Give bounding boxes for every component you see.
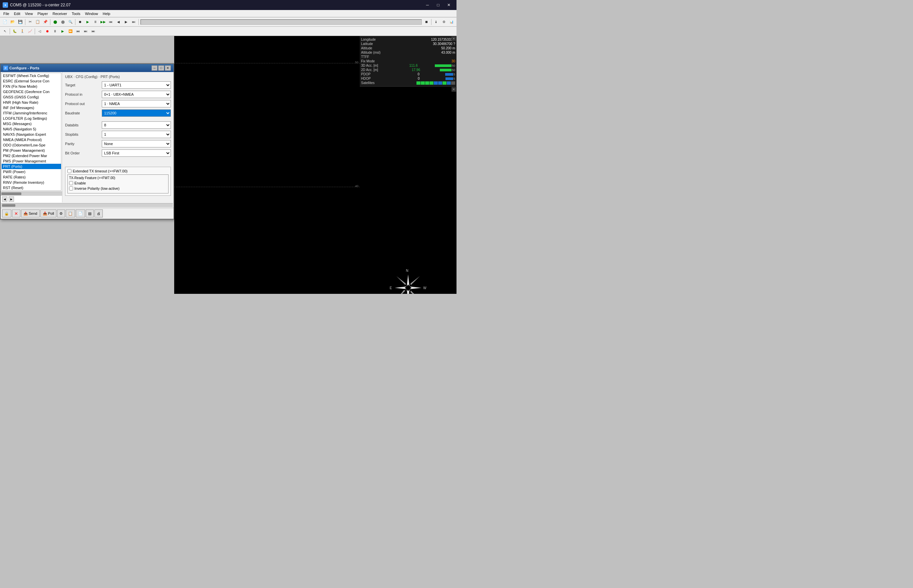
tb-action-2[interactable]: 📋 <box>66 210 75 218</box>
tb-step-back[interactable]: ⏮ <box>107 18 115 26</box>
sidebar-item-itfm[interactable]: ITFM (Jamming/Interferenc <box>2 110 61 116</box>
stopbits-select[interactable]: 1 <box>102 131 171 138</box>
sidebar-item-logfilter[interactable]: LOGFILTER (Log Settings) <box>2 116 61 121</box>
sidebar-item-pwr[interactable]: PWR (Power) <box>2 169 61 174</box>
sidebar-scrollbar[interactable] <box>1 191 62 195</box>
scroll-thumb[interactable] <box>1 192 21 195</box>
ext-tx-timeout-checkbox[interactable] <box>67 169 71 173</box>
tb-cut[interactable]: ✂ <box>26 18 34 26</box>
tb-connect[interactable]: ⬤ <box>52 18 59 26</box>
sidebar-list[interactable]: ESFWT (Wheel-Tick Config) ESRC (External… <box>1 73 62 191</box>
tb-end[interactable]: ⏹ <box>423 18 430 26</box>
tb-open[interactable]: 📂 <box>9 18 16 26</box>
tb-copy[interactable]: 📋 <box>34 18 41 26</box>
tb-paste[interactable]: 📌 <box>42 18 49 26</box>
sidebar-item-esrc[interactable]: ESRC (External Source Con <box>2 78 61 84</box>
tb2-bug[interactable]: 🐛 <box>11 28 18 35</box>
databits-select[interactable]: 8 <box>102 121 171 129</box>
tb-frame-back[interactable]: ◀ <box>115 18 122 26</box>
sidebar-item-rst[interactable]: RST (Reset) <box>2 185 61 191</box>
menu-player[interactable]: Player <box>36 11 50 16</box>
sidebar-item-pms[interactable]: PMS (Power Management <box>2 158 61 164</box>
sidebar-item-navx5[interactable]: NAVX5 (Navigation Expert <box>2 132 61 137</box>
tb-record[interactable]: ⏺ <box>76 18 84 26</box>
info-panel-close[interactable]: ✕ <box>452 36 456 41</box>
sidebar-item-fxn[interactable]: FXN (Fix Now Mode) <box>2 84 61 89</box>
dialog-controls[interactable]: ─ □ ✕ <box>152 65 171 71</box>
tb-temp[interactable]: 🌡 <box>432 18 440 26</box>
menu-file[interactable]: File <box>1 11 11 16</box>
scroll-right-button[interactable]: ▶ <box>9 196 14 202</box>
maximize-button[interactable]: □ <box>433 2 443 8</box>
sidebar-scroll-buttons[interactable]: ◀ ▶ <box>1 195 62 202</box>
sidebar-item-esfwt[interactable]: ESFWT (Wheel-Tick Config) <box>2 73 61 78</box>
sidebar-item-rinv[interactable]: RINV (Remote Inventory) <box>2 180 61 185</box>
lock-button[interactable]: 🔒 <box>2 210 11 218</box>
sidebar-item-gnss[interactable]: GNSS (GNSS Config) <box>2 94 61 100</box>
sidebar-item-nav5[interactable]: NAV5 (Navigation 5) <box>2 126 61 132</box>
send-button[interactable]: 📤 Send <box>21 210 40 218</box>
minimize-button[interactable]: ─ <box>423 2 432 8</box>
tb-action-1[interactable]: ⚙ <box>57 210 65 218</box>
sidebar-item-nmea[interactable]: NMEA (NMEA Protocol) <box>2 137 61 142</box>
menu-window[interactable]: Window <box>83 11 100 16</box>
tb2-left[interactable]: ◁ <box>36 28 44 35</box>
sidebar-item-rate[interactable]: RATE (Rates) <box>2 174 61 180</box>
tb2-step[interactable]: ⏭ <box>82 28 89 35</box>
tb-frame-fwd[interactable]: ▶ <box>123 18 130 26</box>
tb2-circle-rec[interactable]: ⏺ <box>44 28 51 35</box>
dialog-minimize[interactable]: ─ <box>152 65 157 71</box>
parity-select[interactable]: None <box>102 140 171 147</box>
compass-panel-close[interactable]: ✕ <box>452 87 456 92</box>
tb-play[interactable]: ▶ <box>84 18 91 26</box>
dialog-close[interactable]: ✕ <box>165 65 171 71</box>
tb2-prev[interactable]: ⏮ <box>74 28 82 35</box>
menu-edit[interactable]: Edit <box>12 11 23 16</box>
tb-pause[interactable]: ⏸ <box>92 18 99 26</box>
tb2-walk[interactable]: 🚶 <box>19 28 26 35</box>
inverse-polarity-checkbox[interactable] <box>69 186 73 191</box>
sidebar-item-geofence[interactable]: GEOFENCE (Geofence Con <box>2 89 61 94</box>
sidebar-item-hnr[interactable]: HNR (High Nav Rate) <box>2 100 61 105</box>
title-bar-controls[interactable]: ─ □ ✕ <box>423 2 454 8</box>
sidebar-item-prt[interactable]: PRT (Ports) <box>2 164 61 169</box>
target-select[interactable]: 1 - UART1 <box>102 81 171 89</box>
tb-stop[interactable]: ▶▶ <box>99 18 107 26</box>
tb-new[interactable]: 📄 <box>1 18 9 26</box>
tb-chart[interactable]: 📊 <box>448 18 455 26</box>
sidebar-item-odo[interactable]: ODO (Odometer/Low-Spe <box>2 142 61 148</box>
sidebar-item-pm2[interactable]: PM2 (Extended Power Mar <box>2 153 61 158</box>
tb-save[interactable]: 💾 <box>17 18 24 26</box>
close-button[interactable]: ✕ <box>444 2 454 8</box>
tb-settings[interactable]: ⚙ <box>440 18 447 26</box>
tb-action-4[interactable]: ▤ <box>86 210 94 218</box>
baudrate-select[interactable]: 115200 <box>102 110 171 117</box>
tb-action-3[interactable]: 📄 <box>76 210 85 218</box>
protocol-in-select[interactable]: 0+1 · UBX+NMEA <box>102 91 171 98</box>
tb-last[interactable]: ⏭ <box>130 18 138 26</box>
dialog-scrollbar[interactable] <box>1 203 173 207</box>
menu-tools[interactable]: Tools <box>70 11 83 16</box>
menu-view[interactable]: View <box>23 11 35 16</box>
scroll-left-button[interactable]: ◀ <box>2 196 7 202</box>
poll-button[interactable]: 📥 Poll <box>40 210 57 218</box>
tb2-arrow[interactable]: ↖ <box>1 28 9 35</box>
dialog-scroll-thumb[interactable] <box>2 204 15 207</box>
sidebar-item-pm[interactable]: PM (Power Management) <box>2 148 61 153</box>
tb2-end2[interactable]: ⏭ <box>90 28 97 35</box>
playback-slider[interactable] <box>141 19 422 25</box>
cancel-button[interactable]: ✕ <box>12 210 20 218</box>
protocol-out-select[interactable]: 1 · NMEA <box>102 100 171 107</box>
tb2-play2[interactable]: ▶ <box>59 28 66 35</box>
bit-order-select[interactable]: LSB First <box>102 149 171 157</box>
menu-help[interactable]: Help <box>101 11 112 16</box>
dialog-maximize[interactable]: □ <box>158 65 164 71</box>
enable-checkbox[interactable] <box>69 181 73 185</box>
menu-receiver[interactable]: Receiver <box>51 11 69 16</box>
sidebar-item-inf[interactable]: INF (Inf Messages) <box>2 105 61 110</box>
tb2-graph[interactable]: 📈 <box>26 28 34 35</box>
sidebar-item-msg[interactable]: MSG (Messages) <box>2 121 61 126</box>
tb-disconnect[interactable]: ⬤ <box>59 18 66 26</box>
tb-action-5[interactable]: 🖨 <box>94 210 103 218</box>
tb2-fwd[interactable]: ⏩ <box>67 28 74 35</box>
